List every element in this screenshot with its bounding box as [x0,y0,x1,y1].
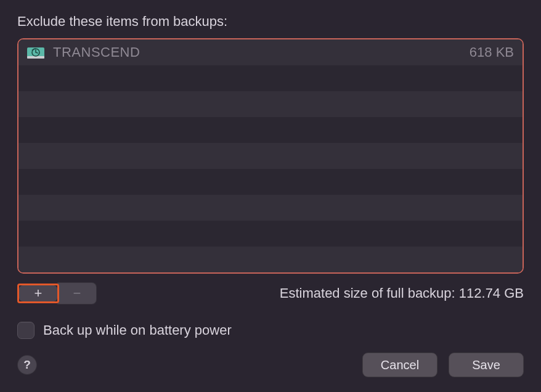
plus-icon: + [35,285,43,301]
estimate-text: Estimated size of full backup: 112.74 GB [280,285,524,301]
below-list-row: + − Estimated size of full backup: 112.7… [17,282,524,304]
remove-button-segment: − [57,282,97,304]
list-empty-row [18,247,523,272]
bottom-bar: ? Cancel Save [17,353,524,377]
estimate-value: 112.74 GB [459,285,524,301]
add-button-highlight: + [17,284,59,303]
list-empty-row [18,65,523,91]
battery-backup-row: Back up while on battery power [17,322,524,339]
list-empty-row [18,143,523,169]
list-empty-row [18,169,523,195]
save-button[interactable]: Save [449,353,524,377]
list-empty-row [18,195,523,221]
battery-backup-label: Back up while on battery power [43,322,232,338]
cancel-button[interactable]: Cancel [362,353,437,377]
list-empty-row [18,221,523,247]
dialog-actions: Cancel Save [362,353,524,377]
exclude-list-highlight: TRANSCEND 618 KB [17,38,524,274]
time-machine-disk-icon [27,44,44,61]
battery-backup-checkbox[interactable] [17,322,35,339]
minus-icon: − [73,285,81,301]
exclude-list[interactable]: TRANSCEND 618 KB [18,39,523,272]
list-empty-row [18,91,523,117]
remove-button[interactable]: − [58,283,96,304]
list-empty-row [18,117,523,143]
exclude-heading: Exclude these items from backups: [17,14,524,30]
help-button[interactable]: ? [17,355,37,375]
list-item-name: TRANSCEND [53,44,470,60]
help-icon: ? [23,358,31,372]
add-button[interactable]: + [19,285,57,301]
list-item-size: 618 KB [470,44,514,60]
estimate-label: Estimated size of full backup: [280,285,459,301]
list-item[interactable]: TRANSCEND 618 KB [18,39,523,65]
